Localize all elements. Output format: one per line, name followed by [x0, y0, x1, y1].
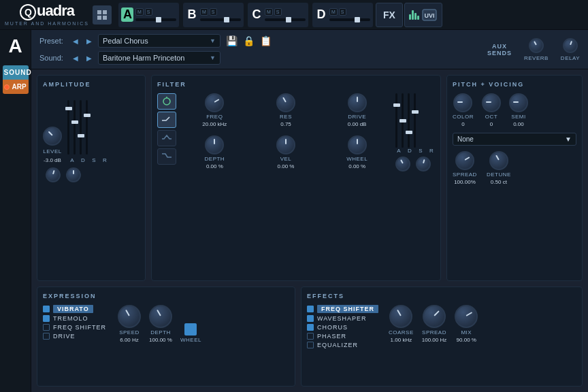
expression-freqshift-item[interactable]: FREQ SHIFTER	[43, 324, 111, 331]
amp-knob-1[interactable]	[46, 167, 61, 182]
channel-letter-b[interactable]: B	[186, 7, 198, 22]
filter-vel-knob[interactable]	[276, 135, 295, 154]
channel-letter-d[interactable]: D	[315, 7, 327, 22]
preset-next-btn[interactable]: ▶	[84, 36, 94, 46]
preset-label: Preset:	[39, 37, 67, 45]
filter-shape3-btn[interactable]	[157, 148, 176, 165]
fx-button[interactable]: FX	[376, 3, 403, 27]
filter-drive-knob[interactable]	[348, 93, 367, 112]
channel-group-c: C M S	[248, 3, 308, 27]
aux-sends-label: AUX SENDS	[487, 43, 512, 56]
amplitude-level-knob[interactable]	[43, 127, 62, 146]
filter-freq-knob[interactable]	[205, 93, 224, 112]
filter-drive-label: DRIVE	[348, 114, 366, 120]
channel-c-m-btn[interactable]: M	[265, 8, 273, 16]
fadsr-s: S	[417, 148, 424, 154]
expr-depth-knob[interactable]	[149, 305, 172, 328]
filter-wheel-knob[interactable]	[348, 135, 367, 154]
reverb-knob[interactable]	[529, 38, 544, 53]
filter-res-knob[interactable]	[276, 93, 295, 112]
freqshift-checkbox[interactable]	[43, 324, 50, 331]
fx-phaser-checkbox[interactable]	[307, 333, 314, 340]
speed-knob[interactable]	[118, 305, 141, 328]
filter-r-fader[interactable]	[414, 93, 416, 148]
preset-save-icon[interactable]: 💾	[225, 34, 239, 48]
fx-chorus-item[interactable]: CHORUS	[307, 324, 382, 331]
amp-r-fader[interactable]	[86, 100, 88, 154]
filter-power-btn[interactable]	[157, 93, 176, 110]
sound-select[interactable]: Baritone Harm Princeton ▼	[98, 51, 220, 65]
delay-knob[interactable]	[563, 38, 578, 53]
uvi-logo-icon: UVI	[421, 8, 438, 22]
channel-d-s-btn[interactable]: S	[339, 8, 346, 16]
fx-freqshift-checkbox[interactable]	[307, 306, 314, 312]
fx-spread-knob[interactable]	[423, 305, 446, 328]
vibrato-checkbox[interactable]	[43, 306, 50, 312]
channel-d-fader[interactable]	[329, 18, 370, 21]
channel-b-s-btn[interactable]: S	[210, 8, 217, 16]
filter-section: FILTER	[151, 75, 441, 281]
semi-knob[interactable]	[509, 93, 528, 112]
amp-knob-2[interactable]	[66, 167, 81, 182]
fx-equalizer-checkbox[interactable]	[307, 342, 314, 348]
channel-c-fader[interactable]	[265, 18, 306, 21]
fx-freqshift-item[interactable]: FREQ SHIFTER	[307, 305, 382, 313]
adsr-a-label: A	[69, 157, 76, 163]
preset-prev-btn[interactable]: ◀	[71, 36, 80, 46]
preset-select[interactable]: Pedal Chorus ▼	[98, 34, 220, 48]
channel-b-fader[interactable]	[200, 18, 241, 21]
delay-section: DELAY	[561, 38, 580, 61]
filter-knob-1[interactable]	[395, 157, 410, 172]
channel-a-m-btn[interactable]: M	[135, 8, 144, 16]
expression-drive-item[interactable]: DRIVE	[43, 333, 111, 340]
spread-knob[interactable]	[455, 151, 474, 170]
filter-s-fader[interactable]	[408, 93, 410, 148]
fx-waveshaper-checkbox[interactable]	[307, 315, 314, 322]
filter-shape2-btn[interactable]	[157, 130, 176, 146]
sound-tab[interactable]: SOUND	[3, 65, 29, 80]
coarse-label: COARSE	[389, 329, 414, 336]
filter-d-fader[interactable]	[402, 93, 404, 148]
wheel-indicator[interactable]	[184, 323, 197, 336]
preset-copy-icon[interactable]: 📋	[259, 34, 273, 48]
fx-waveshaper-item[interactable]: WAVESHAPER	[307, 315, 382, 322]
coarse-knob[interactable]	[389, 305, 412, 328]
fx-equalizer-item[interactable]: EQUALIZER	[307, 342, 382, 348]
filter-depth-knob[interactable]	[205, 135, 224, 154]
fx-chorus-checkbox[interactable]	[307, 324, 314, 331]
amp-d-fader[interactable]	[74, 100, 76, 154]
channel-b-m-btn[interactable]: M	[200, 8, 208, 16]
arp-tab[interactable]: ARP	[3, 80, 29, 94]
filter-depth-group: DEPTH 0.00 %	[182, 135, 248, 172]
filter-knob-2[interactable]	[416, 157, 431, 172]
channel-c-s-btn[interactable]: S	[274, 8, 282, 16]
expression-vibrato-item[interactable]: VIBRATO	[43, 305, 111, 313]
uvi-button[interactable]: UVI	[404, 3, 442, 27]
tremolo-checkbox[interactable]	[43, 315, 50, 322]
mix-knob[interactable]	[455, 305, 478, 328]
sound-prev-btn[interactable]: ◀	[71, 53, 80, 63]
grid-icon-btn[interactable]	[93, 5, 112, 24]
amp-s-fader[interactable]	[80, 100, 82, 154]
color-knob[interactable]	[453, 93, 472, 112]
drive-checkbox[interactable]	[43, 333, 50, 340]
coarse-value: 1.00 kHz	[391, 337, 412, 343]
channel-d-m-btn[interactable]: M	[329, 8, 338, 16]
amp-a-fader[interactable]	[67, 100, 69, 154]
channel-letter-c[interactable]: C	[250, 7, 263, 22]
channel-a-fader[interactable]	[135, 18, 176, 21]
expression-tremolo-item[interactable]: TREMOLO	[43, 315, 111, 322]
detune-knob[interactable]	[489, 151, 508, 170]
channel-letter-a[interactable]: A	[121, 7, 133, 22]
channel-a-s-btn[interactable]: S	[145, 8, 152, 16]
filter-a-fader[interactable]	[395, 93, 397, 148]
preset-lock-icon[interactable]: 🔒	[242, 34, 256, 48]
adsr-s-label: S	[91, 157, 97, 163]
fx-phaser-item[interactable]: PHASER	[307, 333, 382, 340]
filter-lowpass-btn[interactable]	[157, 112, 176, 128]
pitch-voicing-dropdown[interactable]: None ▼	[453, 133, 576, 146]
sections-row: AMPLITUDE LEVEL -3.0 dB	[31, 69, 588, 287]
sound-next-btn[interactable]: ▶	[84, 53, 94, 63]
oct-knob-group: OCT 0	[482, 93, 501, 127]
oct-knob[interactable]	[482, 93, 501, 112]
